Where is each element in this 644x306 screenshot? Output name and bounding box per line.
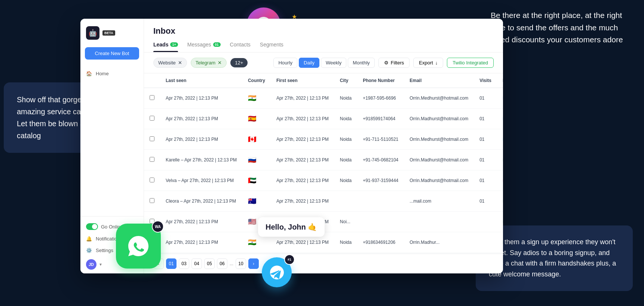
table-row: Apr 27th, 2022 | 12:13 PM 🇪🇸 Apr 27th, 2… xyxy=(144,109,503,129)
row-last-seen: Apr 27th, 2022 | 12:13 PM xyxy=(160,88,242,109)
row-country: 🇦🇪 xyxy=(242,170,271,191)
row-phone xyxy=(357,212,404,232)
row-email: Orrin.Madhurst@hotmail.com xyxy=(404,150,474,170)
row-platform: ✆ xyxy=(497,232,503,253)
filter-telegram-close-icon[interactable]: ✕ xyxy=(218,60,222,66)
tg-badge: #1 xyxy=(284,254,295,265)
col-platform: Platform xyxy=(497,73,503,88)
row-country: 🇷🇺 xyxy=(242,150,271,170)
settings-label: Settings xyxy=(96,248,113,253)
row-visits: 01 xyxy=(474,150,497,170)
filter-tag-telegram[interactable]: Telegram ✕ xyxy=(191,58,227,68)
row-phone: +91-745-0682104 xyxy=(357,150,404,170)
time-btn-hourly[interactable]: Hourly xyxy=(273,58,297,68)
col-checkbox xyxy=(144,73,160,88)
create-bot-button[interactable]: Create New Bot xyxy=(85,47,139,60)
download-icon: ↓ xyxy=(435,60,438,66)
row-checkbox[interactable] xyxy=(150,198,154,203)
row-email: Orrin.Madhurst@hotmail.com xyxy=(404,170,474,191)
row-platform: 🌐 xyxy=(497,109,503,129)
platform-icon: 𝐟 xyxy=(503,93,503,103)
col-city: City xyxy=(334,73,357,88)
pagination-page-04[interactable]: 04 xyxy=(191,258,202,269)
page-title: Inbox xyxy=(153,26,494,36)
row-visits: 01 xyxy=(474,191,497,212)
row-checkbox[interactable] xyxy=(150,95,154,100)
sidebar-nav: 🏠 Home xyxy=(80,65,144,82)
row-email: Orrin.Madhur... xyxy=(404,232,474,253)
tab-contacts[interactable]: Contacts xyxy=(230,42,251,52)
pagination-page-01[interactable]: 01 xyxy=(166,258,177,269)
tabs-row: Leads 1+ Messages 01 Contacts Segments xyxy=(153,42,494,52)
row-visits: 01 xyxy=(474,88,497,109)
avatar-dropdown-icon: ▾ xyxy=(99,262,102,267)
tab-segments-label: Segments xyxy=(260,42,283,48)
pagination-page-10[interactable]: 10 xyxy=(236,258,246,269)
row-first-seen: Apr 27th, 2022 | 12:13 PM xyxy=(271,191,334,212)
platform-icon: ✆ xyxy=(503,237,503,248)
time-btn-monthly[interactable]: Monthly xyxy=(348,58,375,68)
row-platform: ✆ xyxy=(497,150,503,170)
row-phone: +918634691206 xyxy=(357,232,404,253)
row-checkbox[interactable] xyxy=(150,116,154,121)
row-phone: +91-937-3159444 xyxy=(357,170,404,191)
row-email: Orrin.Medhurst@hotmail.com xyxy=(404,88,474,109)
row-country: 🇮🇳 xyxy=(242,88,271,109)
filters-button-label: Filters xyxy=(391,60,404,66)
promo-top-right: Be there at the right place, at the righ… xyxy=(491,9,633,46)
row-email xyxy=(404,212,474,232)
time-btn-weekly[interactable]: Weekly xyxy=(321,58,346,68)
filter-website-close-icon[interactable]: ✕ xyxy=(178,60,182,66)
row-city: Noida xyxy=(334,129,357,150)
toggle-switch[interactable] xyxy=(86,223,98,230)
tab-segments[interactable]: Segments xyxy=(260,42,283,52)
row-checkbox-cell xyxy=(144,191,160,212)
tab-messages-label: Messages xyxy=(187,42,211,48)
row-phone: +1987-595-6696 xyxy=(357,88,404,109)
sidebar-logo: 🤖 BETA xyxy=(80,19,144,45)
row-phone: +918599174064 xyxy=(357,109,404,129)
row-platform: ✈ xyxy=(497,129,503,150)
table-row: Apr 27th, 2022 | 12:13 PM 🇨🇦 Apr 27th, 2… xyxy=(144,129,503,150)
export-button[interactable]: Export ↓ xyxy=(413,58,443,68)
tab-leads-badge: 1+ xyxy=(170,42,178,47)
row-checkbox[interactable] xyxy=(150,136,154,141)
row-email: ...mail.com xyxy=(404,191,474,212)
tab-leads[interactable]: Leads 1+ xyxy=(153,42,178,52)
time-btn-daily[interactable]: Daily xyxy=(299,58,319,68)
whatsapp-float-icon: WA xyxy=(116,224,161,269)
filter-icon: ⚙ xyxy=(384,60,389,66)
row-email: Orrin.Medhurst@hotmail.com xyxy=(404,129,474,150)
tab-messages[interactable]: Messages 01 xyxy=(187,42,221,52)
platform-icon: ✆ xyxy=(503,155,503,165)
pagination-page-06[interactable]: 06 xyxy=(217,258,227,269)
filter-tag-more[interactable]: 12+ xyxy=(230,58,248,67)
export-label: Export xyxy=(419,60,433,66)
filter-telegram-label: Telegram xyxy=(196,60,215,66)
row-checkbox[interactable] xyxy=(150,178,154,182)
beta-badge: BETA xyxy=(102,30,115,36)
pagination-page-03[interactable]: 03 xyxy=(179,258,189,269)
pagination-page-05[interactable]: 05 xyxy=(204,258,215,269)
row-checkbox-cell xyxy=(144,170,160,191)
filter-tag-website[interactable]: Website ✕ xyxy=(153,58,187,68)
filter-bar: Website ✕ Telegram ✕ 12+ Hourly Daily We… xyxy=(144,52,503,73)
pagination-next[interactable]: › xyxy=(248,258,259,269)
platform-icon: ✆ xyxy=(503,216,503,227)
wa-badge: WA xyxy=(152,221,164,233)
row-checkbox-cell xyxy=(144,150,160,170)
sidebar-item-home[interactable]: 🏠 Home xyxy=(80,67,144,80)
row-city xyxy=(334,191,357,212)
avatar: JD xyxy=(86,259,96,270)
twilio-button[interactable]: Twilio Integrated xyxy=(447,58,494,68)
row-checkbox-cell xyxy=(144,129,160,150)
filters-button[interactable]: ⚙ Filters xyxy=(378,58,410,68)
sidebar-item-home-label: Home xyxy=(96,71,109,76)
row-checkbox[interactable] xyxy=(150,157,154,162)
platform-icon: 🖼 xyxy=(503,175,503,186)
page-header: Inbox Leads 1+ Messages 01 Contacts Segm… xyxy=(144,19,503,52)
row-checkbox-cell xyxy=(144,109,160,129)
platform-icon: ✆ xyxy=(503,196,503,206)
row-city: Noida xyxy=(334,150,357,170)
col-email: Email xyxy=(404,73,474,88)
